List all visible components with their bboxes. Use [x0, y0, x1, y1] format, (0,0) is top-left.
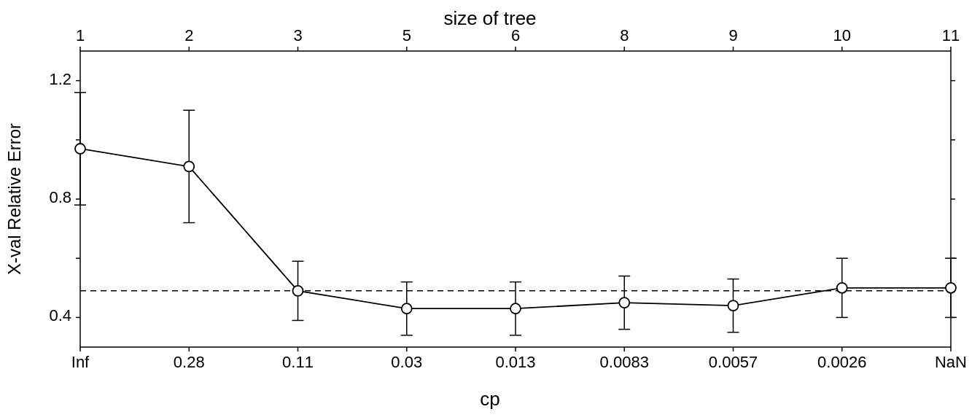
svg-text:1: 1 [76, 26, 85, 44]
svg-text:0.03: 0.03 [391, 353, 422, 371]
svg-text:3: 3 [293, 26, 302, 44]
svg-text:0.0026: 0.0026 [817, 353, 866, 371]
svg-text:1.2: 1.2 [49, 70, 71, 88]
svg-point-62 [184, 161, 194, 171]
svg-point-82 [728, 300, 739, 311]
svg-text:0.11: 0.11 [282, 353, 314, 371]
svg-text:9: 9 [728, 26, 737, 44]
svg-text:Inf: Inf [71, 353, 90, 371]
chart-container: 0.40.81.212356891011Inf0.280.110.030.013… [0, 0, 980, 420]
svg-text:cp: cp [480, 388, 499, 410]
svg-point-74 [510, 303, 521, 314]
svg-point-78 [619, 298, 629, 308]
svg-text:X-val Relative Error: X-val Relative Error [4, 123, 24, 275]
svg-text:NaN: NaN [935, 353, 967, 371]
svg-point-66 [293, 286, 303, 296]
svg-text:0.4: 0.4 [49, 306, 71, 324]
svg-text:8: 8 [620, 26, 629, 44]
svg-text:5: 5 [402, 26, 411, 44]
svg-point-70 [402, 303, 412, 314]
svg-text:0.013: 0.013 [495, 353, 535, 371]
svg-text:0.8: 0.8 [49, 188, 71, 206]
svg-text:size of tree: size of tree [443, 7, 536, 29]
main-chart: 0.40.81.212356891011Inf0.280.110.030.013… [0, 0, 980, 420]
svg-point-86 [837, 283, 847, 293]
svg-text:0.0057: 0.0057 [709, 353, 758, 371]
svg-point-90 [946, 283, 956, 293]
svg-text:2: 2 [184, 26, 193, 44]
svg-point-58 [75, 144, 85, 154]
svg-text:10: 10 [833, 26, 851, 44]
svg-text:0.28: 0.28 [174, 353, 205, 371]
svg-text:0.0083: 0.0083 [600, 353, 649, 371]
svg-text:11: 11 [942, 26, 960, 44]
